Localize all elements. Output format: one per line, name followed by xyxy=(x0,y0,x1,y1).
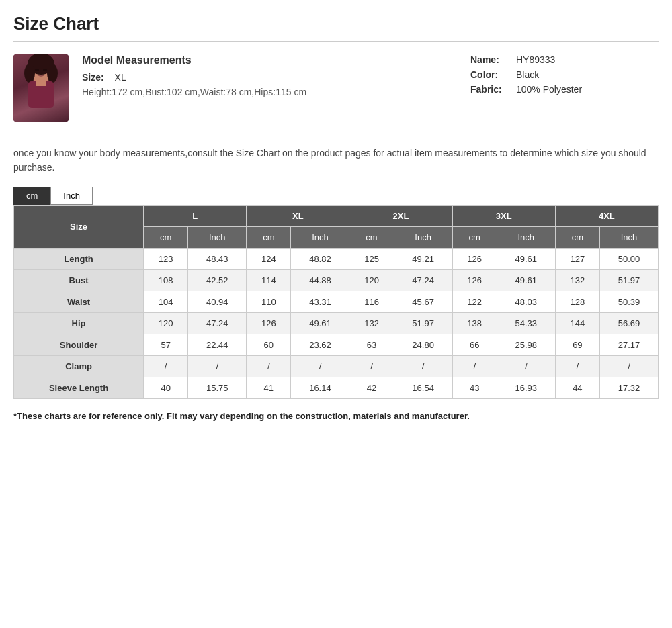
size-label: Size: xyxy=(82,72,104,83)
row-label: Shoulder xyxy=(14,334,144,356)
cell: / xyxy=(394,356,452,377)
name-value: HY89333 xyxy=(516,54,555,65)
cell: 41 xyxy=(247,377,291,399)
2xl-header: 2XL xyxy=(349,206,452,227)
row-label: Clamp xyxy=(14,356,144,377)
table-row: Shoulder5722.446023.626324.806625.986927… xyxy=(14,334,659,356)
cell: 114 xyxy=(247,270,291,291)
cell: 48.82 xyxy=(291,249,349,270)
row-label: Hip xyxy=(14,313,144,334)
cell: 122 xyxy=(452,291,497,313)
row-label: Waist xyxy=(14,291,144,313)
cell: 51.97 xyxy=(599,270,658,291)
2xl-cm: cm xyxy=(349,227,394,249)
cell: 126 xyxy=(452,270,497,291)
table-body: Length12348.4312448.8212549.2112649.6112… xyxy=(14,249,659,399)
size-table: Size L XL 2XL 3XL 4XL cm Inch cm Inch cm… xyxy=(13,205,659,399)
table-row: Hip12047.2412649.6113251.9713854.3314456… xyxy=(14,313,659,334)
cm-button[interactable]: cm xyxy=(13,187,50,205)
cell: 50.00 xyxy=(599,249,658,270)
size-column-header: Size xyxy=(14,206,144,249)
cell: 43 xyxy=(452,377,497,399)
model-measurements-title: Model Measurements xyxy=(82,54,470,66)
cell: 108 xyxy=(144,270,188,291)
cell: 16.54 xyxy=(394,377,452,399)
row-label: Bust xyxy=(14,270,144,291)
row-label: Sleeve Length xyxy=(14,377,144,399)
cell: 44.88 xyxy=(291,270,349,291)
name-label: Name: xyxy=(470,54,511,65)
footnote: *These charts are for reference only. Fi… xyxy=(13,411,659,421)
model-measurements: Height:172 cm,Bust:102 cm,Waist:78 cm,Hi… xyxy=(82,87,470,97)
cell: 47.24 xyxy=(188,313,247,334)
cell: / xyxy=(599,356,658,377)
cell: 126 xyxy=(247,313,291,334)
cell: 22.44 xyxy=(188,334,247,356)
cell: 24.80 xyxy=(394,334,452,356)
cell: 127 xyxy=(555,249,599,270)
table-row: Clamp////////// xyxy=(14,356,659,377)
cell: 56.69 xyxy=(599,313,658,334)
cell: 42.52 xyxy=(188,270,247,291)
4xl-header: 4XL xyxy=(555,206,658,227)
3xl-inch: Inch xyxy=(497,227,555,249)
svg-point-2 xyxy=(24,64,35,83)
cell: / xyxy=(497,356,555,377)
table-row: Bust10842.5211444.8812047.2412649.611325… xyxy=(14,270,659,291)
cell: 128 xyxy=(555,291,599,313)
cell: 40 xyxy=(144,377,188,399)
unit-toggle: cm Inch xyxy=(13,187,659,205)
fabric-row: Fabric: 100% Polyester xyxy=(470,84,659,95)
model-info-right: Name: HY89333 Color: Black Fabric: 100% … xyxy=(470,54,659,95)
cell: 43.31 xyxy=(291,291,349,313)
inch-button[interactable]: Inch xyxy=(50,187,93,205)
svg-point-6 xyxy=(35,69,39,71)
xl-header: XL xyxy=(247,206,349,227)
cell: 126 xyxy=(452,249,497,270)
cell: 120 xyxy=(349,270,394,291)
cell: 69 xyxy=(555,334,599,356)
cell: 44 xyxy=(555,377,599,399)
cell: 50.39 xyxy=(599,291,658,313)
cell: 27.17 xyxy=(599,334,658,356)
xl-cm: cm xyxy=(247,227,291,249)
3xl-cm: cm xyxy=(452,227,497,249)
cell: 125 xyxy=(349,249,394,270)
footnote-text: *These charts are for reference only. Fi… xyxy=(13,411,470,421)
cell: 51.97 xyxy=(394,313,452,334)
cell: 16.14 xyxy=(291,377,349,399)
2xl-inch: Inch xyxy=(394,227,452,249)
fabric-label: Fabric: xyxy=(470,84,511,95)
cell: 120 xyxy=(144,313,188,334)
cell: 23.62 xyxy=(291,334,349,356)
table-row: Sleeve Length4015.754116.144216.544316.9… xyxy=(14,377,659,399)
size-value: XL xyxy=(115,72,126,83)
l-header: L xyxy=(144,206,247,227)
cell: 42 xyxy=(349,377,394,399)
table-row: Waist10440.9411043.3111645.6712248.03128… xyxy=(14,291,659,313)
cell: 144 xyxy=(555,313,599,334)
svg-rect-5 xyxy=(36,79,46,86)
cell: 124 xyxy=(247,249,291,270)
svg-point-3 xyxy=(47,64,58,83)
3xl-header: 3XL xyxy=(452,206,555,227)
cell: 25.98 xyxy=(497,334,555,356)
cell: / xyxy=(188,356,247,377)
cell: 110 xyxy=(247,291,291,313)
cell: 48.03 xyxy=(497,291,555,313)
cell: 16.93 xyxy=(497,377,555,399)
cell: 132 xyxy=(349,313,394,334)
cell: 57 xyxy=(144,334,188,356)
cell: 40.94 xyxy=(188,291,247,313)
color-row: Color: Black xyxy=(470,69,659,80)
cell: 49.61 xyxy=(497,270,555,291)
cell: / xyxy=(291,356,349,377)
cell: 138 xyxy=(452,313,497,334)
model-avatar xyxy=(13,54,69,122)
cell: 60 xyxy=(247,334,291,356)
page-title: Size Chart xyxy=(13,13,659,42)
cell: 104 xyxy=(144,291,188,313)
cell: 47.24 xyxy=(394,270,452,291)
model-info-left: Model Measurements Size: XL Height:172 c… xyxy=(82,54,470,97)
cell: 49.61 xyxy=(497,249,555,270)
